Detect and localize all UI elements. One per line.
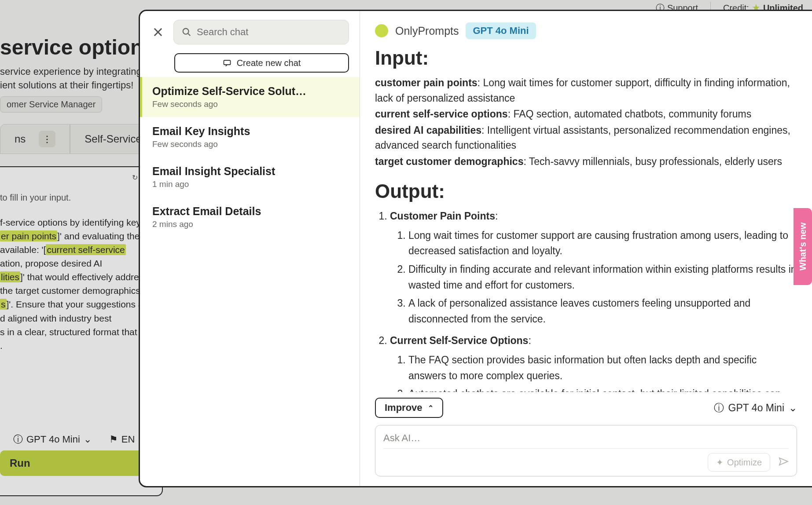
chat-header: OnlyPrompts GPT 4o Mini [360,11,812,44]
output-item: Difficulty in finding accurate and relev… [408,262,797,293]
chat-panel: Create new chat Optimize Self-Service So… [139,10,812,487]
output-sublist: Long wait times for customer support are… [390,228,797,327]
chat-list: Optimize Self-Service Solut… Few seconds… [140,77,360,486]
model-badge: GPT 4o Mini [466,22,536,39]
search-field[interactable] [173,20,349,44]
input-kv: current self-service options: FAQ sectio… [375,106,797,122]
search-icon [182,27,191,37]
output-item: Long wait times for customer support are… [408,228,797,259]
output-item: A lack of personalized assistance leaves… [408,296,797,327]
chat-item[interactable]: Email Key Insights Few seconds ago [140,117,360,157]
search-input[interactable] [197,26,341,38]
chat-item-time: Few seconds ago [152,99,349,109]
output-sublist: The FAQ section provides basic informati… [390,352,797,392]
output-item: The FAQ section provides basic informati… [408,352,797,384]
close-icon [152,26,164,38]
ask-ai-input[interactable] [383,432,789,445]
chat-item[interactable]: Optimize Self-Service Solut… Few seconds… [140,77,360,117]
chat-main: OnlyPrompts GPT 4o Mini Input: customer … [360,11,812,486]
output-section: Customer Pain Points: Long wait times fo… [390,209,797,327]
chat-item-title: Optimize Self-Service Solut… [152,85,349,98]
sparkle-icon: ✦ [716,457,724,468]
input-heading: Input: [375,47,797,69]
output-section: Current Self-Service Options: The FAQ se… [390,333,797,392]
improve-label: Improve [385,402,423,414]
chat-content[interactable]: Input: customer pain points: Long wait t… [360,44,812,392]
whats-new-label: What's new [798,223,808,271]
help-icon: ⓘ [714,401,724,415]
model-select-label: GPT 4o Mini [728,402,784,414]
output-item: Automated chatbots are available for ini… [408,386,797,392]
improve-button[interactable]: Improve ⌃ [375,398,443,418]
svg-point-0 [183,29,189,34]
send-button[interactable] [778,456,789,468]
avatar [375,24,388,37]
chat-item-time: 2 mins ago [152,220,349,229]
ask-ai-box[interactable]: ✦ Optimize [375,425,797,476]
input-kv: desired AI capabilities: Intelligent vir… [375,123,797,153]
input-kv: customer pain points: Long wait times fo… [375,75,797,106]
output-list: Customer Pain Points: Long wait times fo… [375,209,797,392]
section-label: Current Self-Service Options [390,335,528,346]
chevron-down-icon: ⌄ [789,402,797,414]
chevron-up-icon: ⌃ [428,404,434,412]
chat-item-title: Extract Email Details [152,205,349,218]
divider [383,448,789,449]
create-new-chat-button[interactable]: Create new chat [174,53,349,73]
chat-sidebar: Create new chat Optimize Self-Service So… [140,11,360,486]
chat-item[interactable]: Email Insight Specialist 1 min ago [140,157,360,197]
optimize-label: Optimize [727,457,762,468]
svg-rect-1 [224,60,230,65]
chat-item-time: Few seconds ago [152,139,349,149]
chat-plus-icon [223,59,231,67]
input-kv: target customer demographics: Tech-savvy… [375,154,797,169]
chat-item-time: 1 min ago [152,179,349,189]
create-new-chat-label: Create new chat [237,58,301,68]
chat-item[interactable]: Extract Email Details 2 mins ago [140,197,360,237]
send-icon [778,456,789,467]
chat-item-title: Email Insight Specialist [152,165,349,178]
optimize-button[interactable]: ✦ Optimize [708,453,770,472]
section-label: Customer Pain Points [390,210,495,222]
model-select[interactable]: ⓘ GPT 4o Mini ⌄ [714,401,797,415]
chat-item-title: Email Key Insights [152,125,349,138]
output-heading: Output: [375,180,797,202]
close-button[interactable] [151,25,165,40]
whats-new-tab[interactable]: What's new [794,208,812,285]
brand-name: OnlyPrompts [395,25,459,37]
chat-toolbar: Improve ⌃ ⓘ GPT 4o Mini ⌄ [360,392,812,418]
